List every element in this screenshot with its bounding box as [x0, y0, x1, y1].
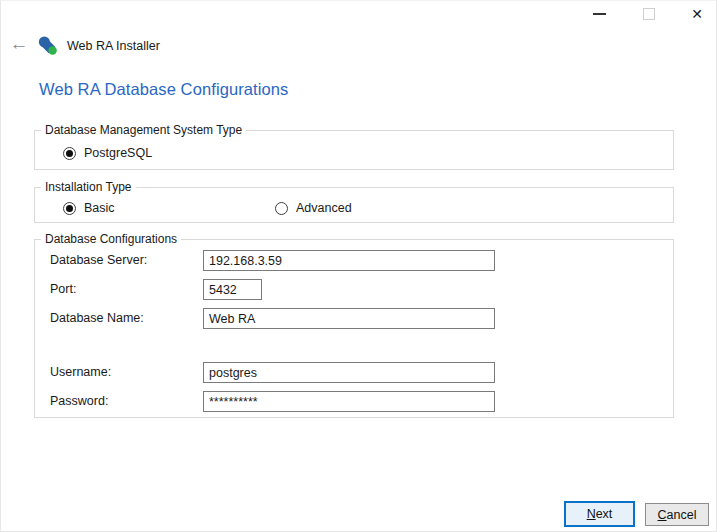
radio-postgresql-label: PostgreSQL	[84, 146, 152, 160]
back-button[interactable]: ←	[6, 32, 32, 56]
group-config-legend: Database Configurations	[41, 232, 181, 246]
cancel-button-accesskey: C	[658, 508, 667, 522]
app-title: Web RA Installer	[67, 39, 160, 53]
close-button[interactable]: ✕	[681, 2, 713, 26]
app-logo-icon	[37, 35, 59, 57]
cancel-button-label: ancel	[667, 508, 697, 522]
back-arrow-icon: ←	[10, 33, 29, 54]
database-server-input[interactable]	[203, 250, 495, 271]
database-name-input[interactable]	[203, 308, 495, 329]
group-dbms-type: Database Management System Type PostgreS…	[34, 130, 674, 170]
minimize-icon	[593, 13, 606, 15]
next-button-accesskey: N	[587, 507, 596, 521]
port-label: Port:	[50, 282, 76, 296]
radio-basic[interactable]: Basic	[63, 201, 115, 215]
cancel-button[interactable]: Cancel	[645, 503, 709, 526]
next-button-label: ext	[596, 507, 613, 521]
group-installation-type: Installation Type Basic Advanced	[34, 187, 674, 223]
page-title: Web RA Database Configurations	[39, 80, 288, 99]
username-input[interactable]	[203, 362, 495, 383]
database-name-label: Database Name:	[50, 311, 144, 325]
group-database-config: Database Configurations Database Server:…	[34, 239, 674, 418]
radio-unselected-icon	[275, 202, 288, 215]
close-icon: ✕	[691, 6, 703, 22]
username-label: Username:	[50, 365, 111, 379]
password-input[interactable]	[203, 391, 495, 412]
maximize-button	[633, 2, 665, 26]
group-installation-legend: Installation Type	[41, 180, 136, 194]
radio-postgresql[interactable]: PostgreSQL	[63, 146, 152, 160]
radio-advanced[interactable]: Advanced	[275, 201, 352, 215]
radio-basic-label: Basic	[84, 201, 115, 215]
database-server-label: Database Server:	[50, 253, 147, 267]
radio-selected-icon	[63, 147, 76, 160]
installer-window: ✕ ← Web RA Installer Web RA Database Con…	[0, 0, 717, 532]
radio-advanced-label: Advanced	[296, 201, 352, 215]
password-label: Password:	[50, 394, 108, 408]
radio-selected-icon	[63, 202, 76, 215]
port-input[interactable]	[203, 279, 262, 300]
next-button[interactable]: Next	[564, 501, 635, 527]
minimize-button[interactable]	[583, 2, 615, 26]
group-dbms-legend: Database Management System Type	[41, 123, 246, 137]
maximize-icon	[643, 8, 655, 20]
